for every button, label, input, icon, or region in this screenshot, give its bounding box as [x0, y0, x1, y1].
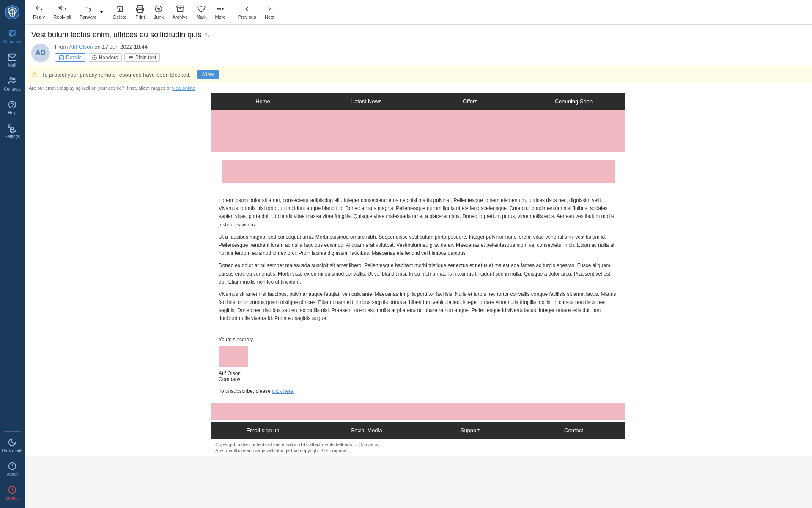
- nav-coming-soon[interactable]: Comming Soon: [522, 93, 625, 110]
- next-button[interactable]: Next: [260, 2, 279, 22]
- newsletter: Home Latest News Offers Comming Soon Lor…: [211, 93, 625, 456]
- sidebar-item-darkmode[interactable]: Dark mode: [0, 433, 25, 457]
- forward-dropdown-button[interactable]: [98, 10, 105, 14]
- email-meta: AO From Atif Olson on 17 Jun 2022 18:44 …: [31, 44, 805, 62]
- email-body-text: Lorem ipsum dolor sit amet, consectetur …: [211, 190, 625, 333]
- headers-button[interactable]: Headers: [88, 53, 122, 62]
- sidebar-item-about[interactable]: About: [0, 457, 25, 481]
- footer-email-signup[interactable]: Email sign up: [211, 422, 315, 439]
- unsubscribe-link[interactable]: click here: [272, 388, 294, 394]
- mark-button[interactable]: Mark: [192, 2, 211, 22]
- edit-icon[interactable]: ✎: [205, 32, 210, 39]
- delete-button[interactable]: Delete: [109, 2, 131, 22]
- print-button[interactable]: Print: [131, 2, 149, 22]
- sender-name-link[interactable]: Atif Olson: [69, 44, 93, 50]
- email-from-info: From Atif Olson on 17 Jun 2022 18:44 Det…: [55, 44, 160, 62]
- sidebar-item-compose[interactable]: Compose: [0, 25, 25, 48]
- toolbar-separator-2: [232, 6, 232, 19]
- svg-rect-17: [138, 10, 142, 13]
- junk-button[interactable]: Junk: [149, 2, 168, 22]
- svg-point-22: [217, 8, 219, 10]
- sidebar-item-logout[interactable]: Logout: [0, 481, 25, 505]
- previous-button[interactable]: Previous: [234, 2, 261, 22]
- sidebar-item-help[interactable]: Help: [0, 96, 25, 119]
- warning-icon: ⚠: [31, 70, 38, 79]
- email-from-line: From Atif Olson on 17 Jun 2022 18:44: [55, 44, 160, 50]
- reply-button[interactable]: Reply: [29, 2, 49, 22]
- email-subject: Vestibulum lectus enim, ultrices eu soll…: [31, 30, 805, 39]
- main-area: Reply Reply all Forward: [25, 0, 812, 508]
- email-actions-row: Details Headers Plain text: [55, 53, 160, 62]
- email-body-wrapper: Are our emails displaying well on your d…: [25, 83, 812, 456]
- reply-all-group: Reply all: [49, 2, 75, 22]
- svg-point-10: [11, 127, 14, 130]
- app-logo: [0, 0, 25, 25]
- sidebar-divider: [4, 431, 21, 432]
- forward-group: Forward: [75, 2, 105, 22]
- svg-point-6: [10, 78, 13, 80]
- sidebar-item-contacts[interactable]: Contacts: [0, 72, 25, 96]
- sub-banner-image: [222, 160, 615, 183]
- archive-button[interactable]: Archive: [168, 2, 192, 22]
- plain-text-button[interactable]: Plain text: [124, 53, 160, 62]
- svg-rect-21: [176, 6, 184, 7]
- unsubscribe-section: To unsubscribe, please click here: [211, 388, 625, 400]
- svg-point-9: [12, 106, 13, 107]
- footer-contact[interactable]: Contact: [522, 422, 625, 439]
- svg-point-24: [222, 8, 224, 10]
- view-online-bar: Are our emails displaying well on your d…: [25, 83, 812, 93]
- reply-all-button[interactable]: Reply all: [49, 2, 75, 22]
- bottom-banner-image: [211, 403, 625, 420]
- svg-point-7: [14, 78, 15, 80]
- sidebar-bottom: Dark mode About Logout: [0, 430, 25, 508]
- sidebar-item-mail[interactable]: Mail: [0, 48, 25, 72]
- details-button[interactable]: Details: [55, 53, 85, 62]
- svg-point-18: [142, 8, 143, 9]
- toolbar: Reply Reply all Forward: [25, 0, 812, 25]
- svg-point-23: [220, 8, 221, 10]
- hero-banner-image: [211, 110, 625, 152]
- privacy-banner: ⚠ To protect your privacy remote resourc…: [25, 66, 812, 83]
- sender-avatar: AO: [31, 44, 50, 62]
- footer-social-media[interactable]: Social Media: [315, 422, 418, 439]
- nav-offers[interactable]: Offers: [418, 93, 522, 110]
- email-view-area: Vestibulum lectus enim, ultrices eu soll…: [25, 25, 812, 508]
- nav-home[interactable]: Home: [211, 93, 315, 110]
- nav-latest-news[interactable]: Latest News: [315, 93, 418, 110]
- sidebar-item-settings[interactable]: Settings: [0, 119, 25, 143]
- sidebar: Compose Mail Contacts Help Settings: [0, 0, 25, 508]
- footer-copyright: Copyright in the contents of this email …: [211, 439, 625, 456]
- forward-button[interactable]: Forward: [75, 2, 97, 22]
- footer-nav: Email sign up Social Media Support Conta…: [211, 422, 625, 439]
- more-button[interactable]: More: [211, 2, 230, 22]
- allow-button[interactable]: Allow: [197, 70, 219, 79]
- view-online-link[interactable]: view online: [172, 86, 195, 91]
- signature-image: [219, 346, 248, 367]
- svg-rect-5: [8, 54, 16, 61]
- toolbar-separator-1: [107, 6, 107, 19]
- email-signature: Yours sincerely, Atif Olson Company: [211, 333, 625, 388]
- sub-banner-wrapper: [211, 152, 625, 190]
- email-header: Vestibulum lectus enim, ultrices eu soll…: [25, 25, 812, 66]
- nav-bar: Home Latest News Offers Comming Soon: [211, 93, 625, 110]
- footer-support[interactable]: Support: [418, 422, 522, 439]
